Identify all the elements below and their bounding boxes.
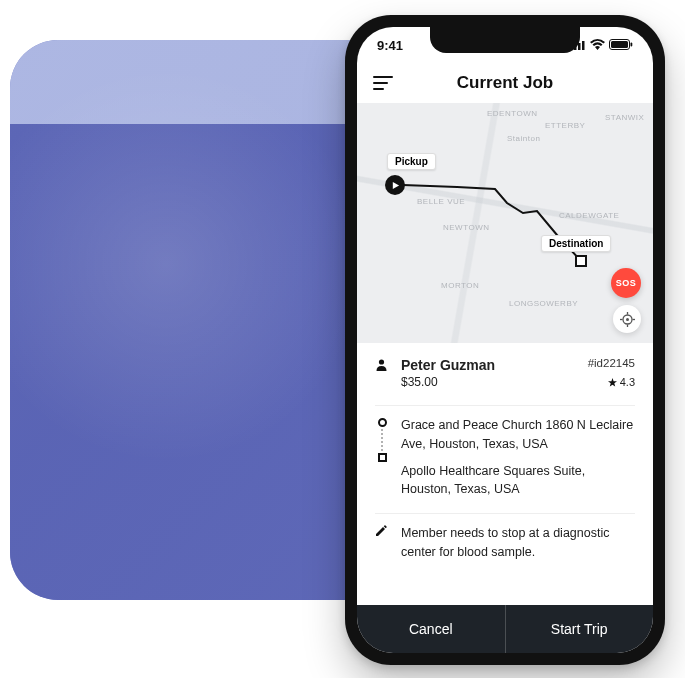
footer-actions: Cancel Start Trip [357, 605, 653, 653]
divider [375, 513, 635, 514]
pickup-label: Pickup [387, 153, 436, 170]
trip-note: Member needs to stop at a diagnostic cen… [401, 524, 635, 562]
pencil-icon [375, 524, 389, 540]
trip-price: $35.00 [401, 375, 438, 389]
pickup-address: Grace and Peace Church 1860 N Leclaire A… [401, 416, 635, 454]
map-place-label: NEWTOWN [443, 223, 489, 232]
sos-button[interactable]: SOS [611, 268, 641, 298]
star-icon [608, 378, 617, 387]
member-name: Peter Guzman [401, 357, 495, 373]
start-trip-button[interactable]: Start Trip [506, 605, 654, 653]
locate-button[interactable] [613, 305, 641, 333]
destination-icon [378, 453, 387, 462]
battery-icon [609, 38, 633, 53]
map-place-label: LONGSOWERBY [509, 299, 578, 308]
wifi-icon [590, 38, 605, 53]
map-place-label: STANWIX [605, 113, 644, 122]
cancel-button[interactable]: Cancel [357, 605, 506, 653]
route-line [357, 103, 653, 343]
destination-address: Apollo Healthcare Squares Suite, Houston… [401, 462, 635, 500]
map-place-label: BELLE VUE [417, 197, 465, 206]
svg-rect-6 [631, 42, 633, 46]
map-place-label: ETTERBY [545, 121, 585, 130]
phone-notch [430, 27, 580, 53]
destination-label: Destination [541, 235, 611, 252]
map-place-label: MORTON [441, 281, 479, 290]
page-title: Current Job [357, 73, 653, 93]
member-id: #id22145 [588, 357, 635, 369]
svg-rect-5 [611, 41, 628, 48]
menu-icon[interactable] [373, 76, 393, 90]
destination-pin [575, 255, 587, 267]
origin-icon [378, 418, 387, 427]
phone-frame: 9:41 Current Job EDENTOWN [345, 15, 665, 665]
map-place-label: EDENTOWN [487, 109, 538, 118]
svg-point-13 [379, 359, 384, 364]
map-place-label: Stainton [507, 134, 540, 143]
status-time: 9:41 [377, 38, 403, 53]
member-rating: 4.3 [608, 375, 635, 389]
map-view[interactable]: EDENTOWN ETTERBY STANWIX Stainton BELLE … [357, 103, 653, 343]
phone-screen: 9:41 Current Job EDENTOWN [357, 27, 653, 653]
divider [375, 405, 635, 406]
address-block: Grace and Peace Church 1860 N Leclaire A… [375, 416, 635, 507]
svg-point-8 [626, 318, 629, 321]
person-icon [375, 357, 389, 374]
pickup-pin [385, 175, 405, 195]
crosshair-icon [620, 312, 635, 327]
svg-rect-3 [582, 41, 585, 50]
app-header: Current Job [357, 63, 653, 103]
pickup-marker-icon [385, 175, 405, 195]
job-details: Peter Guzman #id22145 $35.00 4.3 [357, 343, 653, 605]
map-place-label: CALDEWGATE [559, 211, 619, 220]
